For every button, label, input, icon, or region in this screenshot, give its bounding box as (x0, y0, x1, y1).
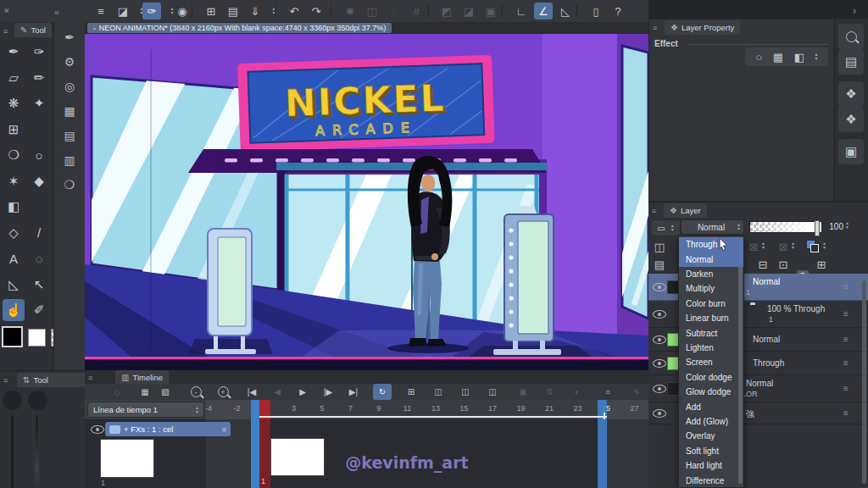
go-to-end-button[interactable]: ▶| (344, 384, 363, 400)
sub-view-palette-icon[interactable] (838, 24, 864, 49)
blend-option-linear-burn[interactable]: Linear burn (679, 311, 743, 325)
loop-playback-button[interactable]: ↻ (373, 384, 392, 400)
blend-palette-icon[interactable]: ❍ (58, 175, 81, 195)
auto-select-tool[interactable]: ✶ (3, 170, 25, 192)
brush-preview-1[interactable] (3, 391, 22, 410)
blend-tool[interactable]: ❍ (3, 144, 25, 166)
go-to-start-button[interactable]: |◀ (242, 384, 261, 400)
timeline-settings-button[interactable]: ▧ (156, 384, 175, 400)
tool-property-palette-icon[interactable]: ⚙ (58, 52, 81, 72)
brush-preview-2[interactable] (28, 391, 47, 410)
playback-end-marker[interactable] (598, 400, 607, 488)
airbrush-tool[interactable]: ❋ (3, 92, 25, 114)
blend-mode-combo[interactable]: Normal ▴▾ (681, 219, 744, 235)
layer-list-scrollbar[interactable] (862, 280, 866, 484)
timeline-palette-icon[interactable]: ▥ (58, 150, 81, 170)
reference-stepper[interactable]: ▴▾ (792, 241, 794, 250)
timeline-menu-icon[interactable]: ≡ (88, 374, 92, 382)
mask-option-2[interactable]: ◪ (459, 3, 478, 19)
blend-option-screen[interactable]: Screen (679, 355, 743, 369)
tone-effect-icon[interactable]: ▦ (773, 51, 783, 64)
layer-item-menu-icon[interactable]: ≡ (843, 408, 849, 418)
toolbar-close-icon[interactable]: ✕ (3, 7, 10, 15)
document-tab[interactable]: • NEON ANIMATION* (3840 x 2160px With bl… (87, 23, 392, 33)
quick-access-palette-icon[interactable]: ❖ (838, 81, 864, 107)
main-menu[interactable]: ≡ (92, 3, 110, 19)
tool-palette-menu-icon[interactable]: ≡ (3, 27, 8, 36)
reference-layer-icon[interactable]: ⊠ (774, 238, 793, 255)
cel-thumbnail-2[interactable] (270, 438, 325, 476)
layer-visibility-eye-icon[interactable] (653, 409, 666, 418)
object-tool[interactable]: ◇ (3, 222, 25, 244)
tool-property-menu-icon[interactable]: ≡ (3, 376, 8, 385)
open-file-button[interactable]: ▤ (224, 3, 242, 19)
layer-color-stepper[interactable]: ▴▾ (823, 241, 826, 250)
layer-palette-icon[interactable]: ❖ (838, 107, 864, 132)
blend-option-add[interactable]: Add (679, 399, 743, 413)
blend-option-darken[interactable]: Darken (679, 267, 743, 281)
layer-visibility-eye-icon[interactable] (653, 336, 666, 344)
layer-visibility-eye-icon[interactable] (653, 310, 666, 319)
tab-tool[interactable]: ✎ Tool (14, 23, 52, 37)
line-tool[interactable]: / (28, 222, 50, 244)
blend-option-subtract[interactable]: Subtract (679, 325, 743, 340)
toolbar-overflow-right-icon[interactable]: › (853, 5, 856, 17)
blend-option-difference[interactable]: Difference (679, 473, 743, 487)
zoom-in-button[interactable]: + (214, 384, 232, 400)
playback-start-marker[interactable] (251, 400, 259, 488)
layer-visibility-eye-icon[interactable] (653, 385, 666, 393)
list-view-icon[interactable]: ▤ (650, 256, 669, 273)
frame-border-tool[interactable]: ⊞ (3, 119, 25, 141)
sub-color-swatch[interactable] (28, 329, 46, 347)
mask-option-3[interactable]: ▣ (481, 3, 500, 19)
crop-button[interactable]: # (407, 3, 426, 19)
save-stepper[interactable]: ▴▾ (264, 3, 283, 19)
layer-color-icon[interactable] (807, 241, 819, 252)
redo-button[interactable]: ↷ (307, 3, 326, 19)
blend-option-overlay[interactable]: Overlay (679, 429, 743, 443)
edit-timeline-button[interactable]: ✎ (627, 384, 646, 400)
text-tool[interactable]: A (3, 247, 25, 269)
toolbar-overflow-left-icon[interactable]: « (54, 7, 59, 17)
clip-stepper[interactable]: ▴▾ (762, 241, 765, 250)
blend-option-through[interactable]: Through (679, 237, 743, 252)
hand-tool[interactable]: ☝ (3, 299, 25, 321)
layer-visibility-eye-icon[interactable] (653, 283, 666, 291)
layer-panel-menu-icon[interactable]: ≡ (652, 207, 656, 215)
blend-option-lighten[interactable]: Lighten (679, 341, 743, 355)
rotate-view-button[interactable]: ◪ (114, 3, 132, 19)
canvas-artwork[interactable]: NICKEL NICKEL ARCADE (85, 34, 648, 370)
current-brush-button[interactable]: ✑ (142, 3, 161, 19)
effect-stepper[interactable]: ▴▾ (815, 53, 817, 61)
duplicate-layer-icon[interactable]: ◫ (650, 238, 669, 255)
balloon-tool[interactable]: ◌ (28, 247, 50, 269)
gradient-tool[interactable]: ◧ (3, 196, 25, 218)
tab-timeline[interactable]: ▥ Timeline (115, 370, 169, 385)
next-frame-button[interactable]: |▶ (319, 384, 337, 400)
opacity-slider[interactable] (749, 221, 822, 233)
reference-palette-icon[interactable]: ▣ (838, 139, 864, 164)
pen-tool[interactable]: ✒ (3, 41, 25, 63)
color-history-palette-icon[interactable]: ▤ (58, 125, 81, 146)
snap-to-grid-button[interactable]: ◺ (556, 3, 575, 19)
palette-display-combo[interactable]: ▭▴▾ (650, 219, 681, 236)
blend-option-multiply[interactable]: Multiply (679, 281, 743, 296)
deselect-button[interactable]: ✸ (341, 3, 359, 19)
blend-option-color-dodge[interactable]: Color dodge (679, 370, 743, 385)
sub-tool-palette-icon[interactable]: ✒ (58, 27, 81, 47)
select-area-button[interactable]: ◫ (363, 3, 381, 19)
snap-to-special-ruler-button[interactable]: ∠ (534, 3, 553, 19)
track-menu-icon[interactable]: ≡ (222, 425, 226, 434)
blend-option-add-glow-[interactable]: Add (Glow) (679, 414, 743, 429)
layer-visibility-eye-icon[interactable] (653, 359, 666, 368)
tab-tool-property[interactable]: ⇅ Tool (17, 373, 85, 387)
clip-range-bar[interactable] (259, 416, 607, 418)
blend-option-color-burn[interactable]: Color burn (679, 297, 743, 311)
tab-layer-property[interactable]: ❖ Layer Property (665, 20, 740, 35)
tab-layer[interactable]: ❖ Layer (664, 203, 707, 218)
timeline-name-combo[interactable]: Línea de tiempo 1▴▾ (87, 402, 204, 418)
layer-property-menu-icon[interactable]: ≡ (653, 24, 657, 32)
play-button[interactable]: ▶ (293, 384, 312, 400)
playhead[interactable] (259, 400, 270, 488)
opacity-stepper[interactable]: ▴▾ (846, 221, 849, 230)
